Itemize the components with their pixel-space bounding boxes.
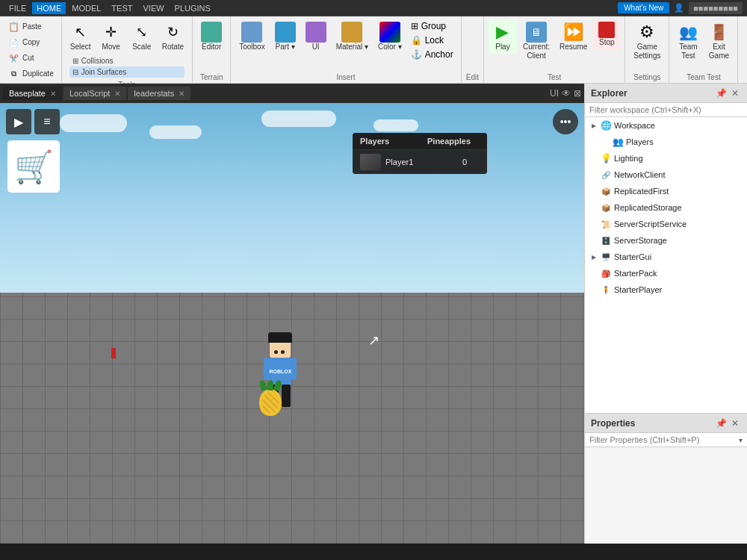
- tab-baseplate[interactable]: Baseplate ✕: [3, 87, 62, 100]
- group-button[interactable]: ⊞ Group: [408, 19, 456, 33]
- pine-lines: [262, 392, 279, 413]
- clipboard-tools: 📋 Paste 📄 Copy ✂️ Cut ⧉ Duplicate: [4, 19, 57, 81]
- team-test-label: Team Test: [674, 72, 733, 81]
- duplicate-button[interactable]: ⧉ Duplicate: [4, 66, 57, 81]
- explorer-pin-icon[interactable]: 📌: [713, 88, 729, 99]
- cut-icon: ✂️: [7, 52, 19, 64]
- select-button[interactable]: ↖ Select: [66, 19, 95, 54]
- settings-label: Settings: [630, 72, 664, 81]
- top-bar-right: What's New 👤 ■■■■■■■■■: [618, 2, 743, 14]
- menu-home[interactable]: HOME: [32, 2, 66, 14]
- char-arm-left: [264, 358, 269, 380]
- part-button[interactable]: Part ▾: [271, 19, 300, 54]
- menu-model[interactable]: MODEL: [67, 2, 105, 14]
- startergui-arrow[interactable]: ▶: [592, 254, 596, 261]
- collisions-button[interactable]: ⊞ Collisions: [69, 55, 185, 66]
- ui-toggle-icon[interactable]: UI: [550, 88, 559, 99]
- viewport-tab-right: UI 👁 ⊠: [550, 88, 581, 99]
- copy-button[interactable]: 📄 Copy: [4, 35, 57, 50]
- material-button[interactable]: Material ▾: [332, 19, 372, 54]
- char-hair: [268, 332, 292, 343]
- cloud-1: [60, 114, 127, 132]
- workspace-arrow[interactable]: ▶: [592, 122, 596, 129]
- replicatedstorage-icon: 📦: [600, 202, 612, 214]
- editor-icon: [201, 22, 222, 43]
- move-button[interactable]: ✛ Move: [97, 19, 125, 54]
- tab-localscript[interactable]: LocalScript ✕: [63, 87, 126, 100]
- tree-item-starterpack[interactable]: 🎒 StarterPack: [585, 265, 747, 281]
- tree-item-startergui[interactable]: ▶ 🖥️ StarterGui: [585, 249, 747, 265]
- whats-new-button[interactable]: What's New: [618, 2, 669, 13]
- editor-button[interactable]: Editor: [197, 19, 226, 54]
- part-icon: [275, 22, 296, 43]
- tree-item-networkclient[interactable]: 🔗 NetworkClient: [585, 167, 747, 183]
- color-button[interactable]: Color ▾: [374, 19, 406, 54]
- exit-game-button[interactable]: 🚪 ExitGame: [704, 19, 733, 63]
- current-client-button[interactable]: 🖥 Current:Client: [519, 19, 554, 63]
- tab-leaderstats-label: leaderstats: [134, 89, 174, 98]
- properties-close-icon[interactable]: ✕: [729, 418, 741, 429]
- menu-test[interactable]: TEST: [107, 2, 137, 14]
- explorer-close-icon[interactable]: ✕: [729, 88, 741, 99]
- tree-item-serverscriptservice[interactable]: 📜 ServerScriptService: [585, 216, 747, 232]
- tree-item-replicatedfirst[interactable]: 📦 ReplicatedFirst: [585, 183, 747, 199]
- visibility-icon[interactable]: 👁: [562, 88, 571, 99]
- lb-header: Players Pineapples: [353, 133, 487, 149]
- tree-item-lighting[interactable]: ▶ 💡 Lighting: [585, 150, 747, 167]
- anchor-button[interactable]: ⚓ Anchor: [408, 48, 456, 61]
- tree-item-replicatedstorage[interactable]: 📦 ReplicatedStorage: [585, 199, 747, 216]
- explorer-filter-input[interactable]: [589, 105, 743, 114]
- stop-button[interactable]: Stop: [593, 19, 620, 49]
- tools-section: ↖ Select ✛ Move ⤡ Scale ↻ Rotate ⊞ Colli…: [62, 16, 193, 83]
- tab-leaderstats-close[interactable]: ✕: [179, 90, 185, 98]
- tree-item-starterplayer[interactable]: 🧍 StarterPlayer: [585, 281, 747, 298]
- tab-baseplate-close[interactable]: ✕: [50, 90, 56, 98]
- join-surfaces-button[interactable]: ⊟ Join Surfaces: [69, 66, 185, 78]
- menu-view[interactable]: VIEW: [138, 2, 168, 14]
- team-test-button[interactable]: 👥 TeamTest: [674, 19, 702, 63]
- char-eye-right: [281, 350, 285, 354]
- resume-button[interactable]: ⏩ Resume: [556, 19, 591, 54]
- tree-item-serverstorage[interactable]: 🗄️ ServerStorage: [585, 232, 747, 249]
- menu-plugins[interactable]: PLUGINS: [170, 2, 215, 14]
- username: ■■■■■■■■■: [689, 2, 743, 14]
- user-avatar: 👤: [674, 3, 684, 13]
- startergui-icon: 🖥️: [600, 251, 612, 263]
- cart-icon: 🛒: [7, 140, 60, 193]
- anchor-icon: ⚓: [411, 49, 422, 60]
- viewport-menu-button[interactable]: •••: [553, 109, 578, 134]
- paste-button[interactable]: 📋 Paste: [4, 19, 57, 34]
- edit-section: Edit: [462, 16, 484, 83]
- play-button[interactable]: ▶ Play: [489, 19, 517, 54]
- tab-localscript-label: LocalScript: [69, 89, 110, 98]
- rotate-button[interactable]: ↻ Rotate: [158, 19, 187, 54]
- insert-small-group: ⊞ Group 🔒 Lock ⚓ Anchor: [408, 19, 456, 61]
- cloud-2: [149, 125, 202, 139]
- cut-button[interactable]: ✂️ Cut: [4, 51, 57, 66]
- menu-file[interactable]: FILE: [4, 2, 31, 14]
- play-ctrl-button[interactable]: ▶: [6, 109, 31, 134]
- more-options-icon[interactable]: ⊠: [574, 88, 581, 99]
- tree-item-players[interactable]: 👥 Players: [585, 134, 747, 150]
- clipboard-section: 📋 Paste 📄 Copy ✂️ Cut ⧉ Duplicate Clipbo…: [0, 16, 62, 83]
- toolbox-button[interactable]: Toolbox: [235, 19, 268, 54]
- ui-button[interactable]: UI: [302, 19, 330, 54]
- lock-button[interactable]: 🔒 Lock: [408, 34, 456, 47]
- game-settings-button[interactable]: ⚙ GameSettings: [630, 19, 664, 63]
- scale-button[interactable]: ⤡ Scale: [128, 19, 156, 54]
- properties-pin-icon[interactable]: 📌: [713, 418, 729, 429]
- explorer-filter-bar: [585, 103, 747, 117]
- replicatedstorage-label: ReplicatedStorage: [614, 203, 682, 212]
- properties-filter-input[interactable]: [589, 435, 739, 444]
- properties-dropdown-arrow[interactable]: ▾: [739, 436, 743, 444]
- script-ctrl-button[interactable]: ≡: [34, 109, 60, 134]
- viewport-tabs: Baseplate ✕ LocalScript ✕ leaderstats ✕ …: [0, 84, 584, 103]
- tab-leaderstats[interactable]: leaderstats ✕: [128, 87, 190, 100]
- insert-label: Insert: [235, 72, 456, 81]
- serverstorage-icon: 🗄️: [600, 234, 612, 246]
- join-surfaces-icon: ⊟: [72, 68, 78, 76]
- pine-top: [260, 380, 281, 391]
- tree-item-workspace[interactable]: ▶ 🌐 Workspace: [585, 117, 747, 134]
- tab-localscript-close[interactable]: ✕: [114, 90, 120, 98]
- char-eye-left: [274, 350, 278, 354]
